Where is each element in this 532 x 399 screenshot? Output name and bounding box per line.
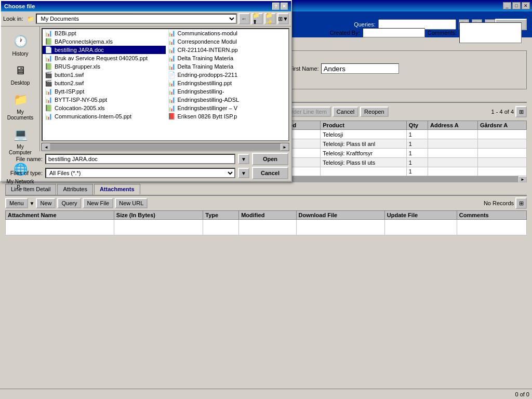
nav-new-folder-button[interactable]: 📁✨ — [264, 13, 276, 24]
cell-gardsnr — [477, 139, 526, 149]
status-bar: 0 of 0 — [0, 389, 532, 399]
attach-col-modified: Modified — [239, 211, 296, 220]
file-item[interactable]: 📕Eriksen 0826 Bytt ISP.p — [166, 112, 289, 121]
sidebar-mydocs-label: My Documents — [5, 109, 36, 121]
look-in-select[interactable]: My Documents — [36, 14, 237, 24]
reopen-button[interactable]: Reopen — [360, 107, 389, 117]
attach-col-name: Attachment Name — [6, 211, 114, 220]
cell-addr — [428, 158, 478, 167]
file-item[interactable]: 📊Delta Training Materia — [166, 54, 289, 62]
file-grid: 📊B2Bi.ppt 📗BAPconnectskjema.xls 📄bestill… — [43, 29, 288, 121]
sidebar-item-my-documents[interactable]: 📁 My Documents — [4, 90, 37, 122]
cell-addr — [428, 167, 478, 176]
tab-attachments[interactable]: Attachments — [94, 184, 140, 195]
file-item[interactable]: 📊Delta Training Materia — [166, 62, 289, 71]
nav-up-button[interactable]: 📁⬆ — [251, 13, 263, 24]
file-item[interactable]: 📊Communications-modul — [166, 29, 289, 37]
file-item[interactable]: 📊B2Bi.ppt — [43, 29, 166, 37]
file-item[interactable]: 📊CR-221104-INTERN.pp — [166, 46, 289, 54]
file-item[interactable]: 📊BYTT-ISP-NY-05.ppt — [43, 96, 166, 104]
new-file-button[interactable]: New File — [83, 198, 113, 208]
dialog-files: 📊B2Bi.ppt 📗BAPconnectskjema.xls 📄bestill… — [40, 26, 291, 151]
file-item-selected[interactable]: 📄bestilling JARA.doc — [43, 46, 166, 54]
bottom-tabs: Line Item Detail Attributes Attachments — [5, 184, 527, 196]
file-item[interactable]: 🎬button1.swf — [43, 71, 166, 79]
records-text: No Records — [484, 200, 514, 206]
first-name-input[interactable]: Anders — [321, 63, 399, 74]
dialog-help-button[interactable]: ? — [272, 3, 280, 10]
col-qty: Qty — [406, 121, 428, 130]
cell-qty: 1 — [406, 139, 428, 149]
attach-empty-cell — [6, 220, 114, 235]
file-item[interactable]: 📊Endringsbestilling- — [166, 87, 289, 96]
col-product: Product — [321, 121, 407, 130]
attach-empty-cell6 — [384, 220, 457, 235]
filetype-dropdown[interactable]: ▼ — [238, 168, 249, 178]
sidebar-item-desktop[interactable]: 🖥 Desktop — [4, 61, 37, 87]
record-count: 1 - 4 of 4 — [491, 109, 514, 115]
file-item[interactable]: 🎬button2.swf — [43, 79, 166, 87]
file-item[interactable]: 📗BRUS-grupper.xls — [43, 62, 166, 71]
my-documents-icon: 📁 — [12, 91, 29, 108]
window-controls: _ □ ✕ — [503, 2, 530, 9]
filename-row: File name: bestilling JARA.doc ▼ Open — [4, 153, 288, 165]
comments-textarea[interactable] — [459, 22, 522, 43]
file-item[interactable]: 📊Communications-Intern-05.ppt — [43, 112, 166, 121]
close-button[interactable]: ✕ — [522, 2, 530, 9]
bottom-query-button[interactable]: Query — [57, 198, 81, 208]
file-item[interactable]: 📊Endringsbestillinger – V — [166, 104, 289, 112]
cell-gardsnr — [477, 158, 526, 167]
file-icon-r11: 📕 — [168, 113, 176, 120]
file-icon-r10: 📊 — [168, 104, 176, 112]
choose-file-dialog: Choose file ? ✕ Look in: 📁 My Documents … — [0, 0, 292, 182]
cancel-dialog-button[interactable]: Cancel — [252, 167, 288, 179]
file-icon-xls3: 📗 — [45, 104, 52, 112]
filetype-label: Files of type: — [4, 170, 43, 176]
minimize-button[interactable]: _ — [503, 2, 511, 9]
sidebar-item-my-computer[interactable]: 💻 My Computer — [4, 125, 37, 157]
file-item[interactable]: 📗BAPconnectskjema.xls — [43, 37, 166, 46]
sidebar-desktop-label: Desktop — [11, 80, 30, 86]
file-item[interactable]: 📊Correspondence Modul — [166, 37, 289, 46]
file-item[interactable]: 📊Bytt-ISP.ppt — [43, 87, 166, 96]
app-background: Application _ □ ✕ Queries: 🔍 🔍 ⊞ Logout … — [0, 0, 532, 399]
new-url-button[interactable]: New URL — [115, 198, 148, 208]
hscroll-right[interactable]: ► — [281, 143, 289, 151]
dialog-close-button[interactable]: ✕ — [281, 3, 288, 10]
open-button[interactable]: Open — [252, 153, 288, 165]
dialog-nav: Look in: 📁 My Documents ← 📁⬆ 📁✨ ⊞▼ — [1, 11, 291, 26]
file-item[interactable]: 📊Endringsbestilling-ADSL — [166, 96, 289, 104]
bottom-menu-button[interactable]: Menu — [5, 198, 28, 208]
bottom-new-button[interactable]: New — [36, 198, 56, 208]
folder-icon-nav: 📁 — [27, 16, 34, 22]
file-item[interactable]: 📗Colocation-2005.xls — [43, 104, 166, 112]
file-list-container: 📊B2Bi.ppt 📗BAPconnectskjema.xls 📄bestill… — [40, 26, 291, 143]
attach-empty-cell4 — [239, 220, 296, 235]
tab-attributes[interactable]: Attributes — [57, 184, 92, 195]
file-list[interactable]: 📊B2Bi.ppt 📗BAPconnectskjema.xls 📄bestill… — [42, 28, 289, 141]
nav-view-button[interactable]: ⊞▼ — [277, 13, 289, 24]
col-address: Address A — [428, 121, 478, 130]
attach-col-download: Download File — [296, 211, 384, 220]
cell-gardsnr — [477, 149, 526, 158]
attach-empty-row — [6, 220, 527, 235]
hscroll-left[interactable]: ◄ — [42, 143, 50, 151]
hscroll-right-btn[interactable]: ► — [518, 176, 527, 182]
filetype-select[interactable]: All Files (*.*) — [45, 168, 235, 178]
maximize-button[interactable]: □ — [512, 2, 521, 9]
filename-input[interactable]: bestilling JARA.doc — [45, 154, 235, 164]
attachments-table: Attachment Name Size (In Bytes) Type Mod… — [5, 210, 527, 235]
file-item[interactable]: 📄Endring-prodopps-2211 — [166, 71, 289, 79]
nav-back-button[interactable]: ← — [238, 13, 250, 24]
file-item[interactable]: 📊Bruk av Service Request 040205.ppt — [43, 54, 166, 62]
sidebar-item-history[interactable]: 🕐 History — [4, 32, 37, 58]
file-item[interactable]: 📊Endringsbestilling.ppt — [166, 79, 289, 87]
cell-gardsnr — [477, 130, 526, 139]
filename-dropdown[interactable]: ▼ — [238, 154, 249, 164]
file-icon-r9: 📊 — [168, 96, 176, 103]
export-button[interactable]: ⊞ — [515, 106, 527, 117]
bottom-export-button[interactable]: ⊞ — [515, 197, 527, 209]
cancel-button[interactable]: Cancel — [332, 107, 358, 117]
cell-product — [321, 167, 407, 176]
created-by-input[interactable] — [363, 28, 425, 37]
